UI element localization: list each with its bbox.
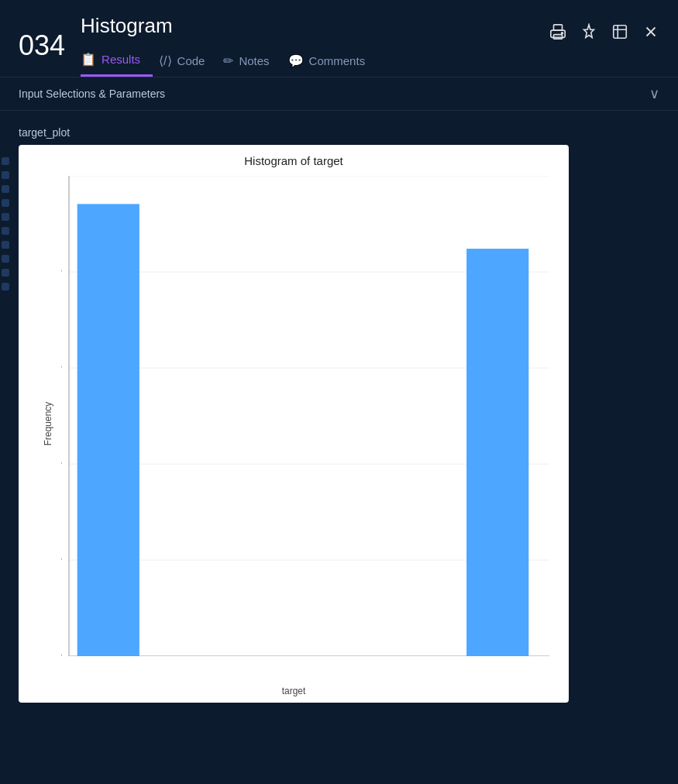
notes-icon: ✏	[223, 53, 233, 68]
chevron-down-icon: ∨	[649, 85, 659, 102]
svg-text:15000 -: 15000 -	[61, 358, 62, 374]
app-id: 034	[19, 32, 65, 60]
plot-label: target_plot	[19, 126, 659, 139]
tab-comments-label: Comments	[309, 54, 366, 67]
svg-text:0 -: 0 -	[61, 646, 62, 656]
tab-notes-label: Notes	[239, 54, 269, 67]
tab-results-label: Results	[102, 53, 140, 66]
bar-1	[466, 249, 528, 656]
header-left: 034 Histogram 📋 Results ⟨/⟩ Code ✏ Notes…	[19, 14, 384, 77]
svg-text:20000 -: 20000 -	[61, 262, 62, 278]
header-actions	[549, 23, 659, 68]
left-sidebar	[0, 155, 11, 293]
code-icon: ⟨/⟩	[159, 53, 171, 68]
tabs-nav: 📋 Results ⟨/⟩ Code ✏ Notes 💬 Comments	[81, 46, 384, 77]
tab-comments[interactable]: 💬 Comments	[288, 47, 378, 76]
comments-icon: 💬	[288, 53, 304, 68]
chart-container: Histogram of target Frequency target 0 -…	[19, 145, 569, 703]
svg-rect-1	[554, 34, 563, 38]
tab-code-label: Code	[177, 54, 205, 67]
bar-0	[77, 204, 139, 656]
svg-rect-0	[554, 24, 563, 29]
close-button[interactable]	[642, 23, 659, 40]
svg-point-2	[562, 32, 563, 33]
title-tab-group: Histogram 📋 Results ⟨/⟩ Code ✏ Notes 💬 C…	[81, 14, 384, 77]
input-selections-section[interactable]: Input Selections & Parameters ∨	[0, 77, 678, 111]
tab-code[interactable]: ⟨/⟩ Code	[159, 47, 217, 76]
results-icon: 📋	[81, 52, 96, 67]
svg-rect-3	[614, 25, 627, 38]
y-axis-label: Frequency	[43, 402, 53, 446]
print-button[interactable]	[549, 23, 566, 40]
svg-text:10000 -: 10000 -	[61, 454, 62, 470]
histogram-svg: 0 - 5000 - 10000 - 15000 - 20000 - 0.00 …	[61, 176, 557, 656]
svg-text:5000 -: 5000 -	[61, 550, 62, 566]
tab-notes[interactable]: ✏ Notes	[223, 47, 281, 76]
chart-title: Histogram of target	[19, 154, 569, 167]
window-title: Histogram	[81, 14, 384, 46]
section-label: Input Selections & Parameters	[19, 88, 165, 100]
x-axis-label: target	[19, 686, 569, 696]
content-area: target_plot Histogram of target Frequenc…	[0, 111, 678, 718]
header: 034 Histogram 📋 Results ⟨/⟩ Code ✏ Notes…	[0, 0, 678, 77]
pin-button[interactable]	[580, 23, 597, 40]
resize-button[interactable]	[611, 23, 628, 40]
tab-results[interactable]: 📋 Results	[81, 46, 153, 77]
